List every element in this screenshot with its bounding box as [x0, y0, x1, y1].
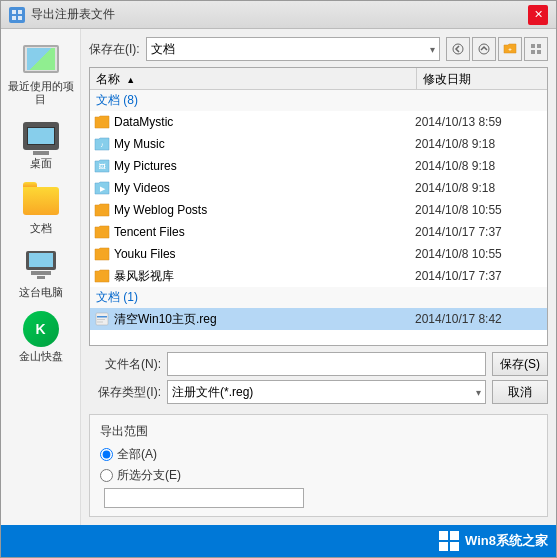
export-range: 导出范围 全部(A) 所选分支(E) — [89, 414, 548, 517]
svg-rect-0 — [12, 10, 16, 14]
svg-rect-8 — [537, 44, 541, 48]
up-icon — [478, 43, 490, 55]
file-name-reg: 清空Win10主页.reg — [112, 311, 415, 328]
watermark-area: Win8系统之家 — [1, 525, 556, 557]
dialog-window: 导出注册表文件 ✕ 最近使用的项目 — [0, 0, 557, 558]
view-icon — [530, 43, 542, 55]
save-button[interactable]: 保存(S) — [492, 352, 548, 376]
file-name-myvideos: My Videos — [112, 181, 415, 195]
sidebar-item-recent[interactable]: 最近使用的项目 — [5, 37, 77, 110]
kingsoft-icon: K — [21, 311, 61, 347]
svg-rect-17 — [97, 322, 103, 323]
svg-text:+: + — [508, 46, 512, 52]
sidebar-item-documents[interactable]: 文档 — [5, 179, 77, 239]
dialog-title: 导出注册表文件 — [31, 6, 115, 23]
sidebar-item-computer[interactable]: 这台电脑 — [5, 243, 77, 303]
file-row-tencent[interactable]: Tencent Files 2014/10/17 7:37 — [90, 221, 547, 243]
column-name[interactable]: 名称 ▲ — [90, 68, 417, 89]
special-folder-icon-mymusic: ♪ — [92, 134, 112, 154]
save-location-label: 保存在(I): — [89, 41, 140, 58]
location-combo[interactable]: 文档 ▾ — [146, 37, 440, 61]
file-date-reg: 2014/10/17 8:42 — [415, 312, 545, 326]
file-row-myvideos[interactable]: ▶ My Videos 2014/10/8 9:18 — [90, 177, 547, 199]
new-folder-icon: + — [503, 43, 517, 55]
watermark-text: Win8系统之家 — [465, 532, 548, 550]
title-icon — [9, 7, 25, 23]
file-group-1: 文档 (8) — [90, 90, 547, 111]
folder-icon-myweblog — [92, 200, 112, 220]
file-date-datamystic: 2014/10/13 8:59 — [415, 115, 545, 129]
up-button[interactable] — [472, 37, 496, 61]
file-row-mypictures[interactable]: 🖼 My Pictures 2014/10/8 9:18 — [90, 155, 547, 177]
close-button[interactable]: ✕ — [528, 5, 548, 25]
back-button[interactable] — [446, 37, 470, 61]
reg-file-icon — [92, 309, 112, 329]
current-location-text: 文档 — [151, 41, 430, 58]
svg-text:🖼: 🖼 — [99, 163, 106, 170]
svg-rect-20 — [439, 542, 448, 551]
file-name-tencent: Tencent Files — [112, 225, 415, 239]
file-row-datamystic[interactable]: DataMystic 2014/10/13 8:59 — [90, 111, 547, 133]
svg-rect-1 — [18, 10, 22, 14]
file-date-youku: 2014/10/8 10:55 — [415, 247, 545, 261]
title-bar: 导出注册表文件 ✕ — [1, 1, 556, 29]
svg-rect-21 — [450, 542, 459, 551]
file-name-mypictures: My Pictures — [112, 159, 415, 173]
filename-row: 文件名(N): 保存(S) — [89, 352, 548, 376]
svg-point-5 — [479, 44, 489, 54]
special-folder-icon-mypictures: 🖼 — [92, 156, 112, 176]
file-date-myvideos: 2014/10/8 9:18 — [415, 181, 545, 195]
svg-rect-3 — [18, 16, 22, 20]
file-date-tencent: 2014/10/17 7:37 — [415, 225, 545, 239]
new-folder-button[interactable]: + — [498, 37, 522, 61]
radio-all-label[interactable]: 全部(A) — [117, 446, 157, 463]
sidebar-label-kingsoft: 金山快盘 — [19, 350, 63, 363]
folder-icon-tencent — [92, 222, 112, 242]
radio-all-row: 全部(A) — [100, 446, 537, 463]
svg-point-4 — [453, 44, 463, 54]
filetype-combo-text: 注册文件(*.reg) — [172, 384, 476, 401]
file-row-youku[interactable]: Youku Files 2014/10/8 10:55 — [90, 243, 547, 265]
column-date[interactable]: 修改日期 — [417, 68, 547, 89]
sidebar-label-desktop: 桌面 — [30, 157, 52, 170]
radio-all[interactable] — [100, 448, 113, 461]
filename-label: 文件名(N): — [89, 356, 161, 373]
file-name-baofeng: 暴风影视库 — [112, 268, 415, 285]
back-icon — [452, 43, 464, 55]
sidebar-item-desktop[interactable]: 桌面 — [5, 114, 77, 174]
cancel-button[interactable]: 取消 — [492, 380, 548, 404]
radio-selected[interactable] — [100, 469, 113, 482]
toolbar-buttons: + — [446, 37, 548, 61]
file-row-mymusic[interactable]: ♪ My Music 2014/10/8 9:18 — [90, 133, 547, 155]
sort-arrow-icon: ▲ — [126, 75, 135, 85]
svg-rect-18 — [439, 531, 448, 540]
location-combo-arrow: ▾ — [430, 44, 435, 55]
view-button[interactable] — [524, 37, 548, 61]
filetype-combo[interactable]: 注册文件(*.reg) ▾ — [167, 380, 486, 404]
recent-icon — [21, 41, 61, 77]
file-list-header: 名称 ▲ 修改日期 — [90, 68, 547, 90]
filetype-combo-arrow: ▾ — [476, 387, 481, 398]
file-row-baofeng[interactable]: 暴风影视库 2014/10/17 7:37 — [90, 265, 547, 287]
file-date-baofeng: 2014/10/17 7:37 — [415, 269, 545, 283]
file-row-reg[interactable]: 清空Win10主页.reg 2014/10/17 8:42 — [90, 308, 547, 330]
file-name-myweblog: My Weblog Posts — [112, 203, 415, 217]
file-name-mymusic: My Music — [112, 137, 415, 151]
sidebar-item-kingsoft[interactable]: K 金山快盘 — [5, 307, 77, 367]
file-group-2: 文档 (1) — [90, 287, 547, 308]
sidebar: 最近使用的项目 桌面 文档 — [1, 29, 81, 525]
file-row-myweblog[interactable]: My Weblog Posts 2014/10/8 10:55 — [90, 199, 547, 221]
desktop-icon — [21, 118, 61, 154]
filetype-row: 保存类型(I): 注册文件(*.reg) ▾ 取消 — [89, 380, 548, 404]
svg-rect-16 — [97, 319, 105, 320]
svg-text:♪: ♪ — [100, 141, 104, 148]
file-name-youku: Youku Files — [112, 247, 415, 261]
svg-rect-7 — [531, 44, 535, 48]
location-bar: 保存在(I): 文档 ▾ — [89, 37, 548, 61]
radio-selected-label[interactable]: 所选分支(E) — [117, 467, 181, 484]
file-list-container[interactable]: 名称 ▲ 修改日期 文档 (8) DataMystic 2014/10/13 8… — [89, 67, 548, 346]
title-bar-buttons: ✕ — [528, 5, 548, 25]
folder-icon-youku — [92, 244, 112, 264]
selected-branch-input[interactable] — [104, 488, 304, 508]
filename-input[interactable] — [167, 352, 486, 376]
